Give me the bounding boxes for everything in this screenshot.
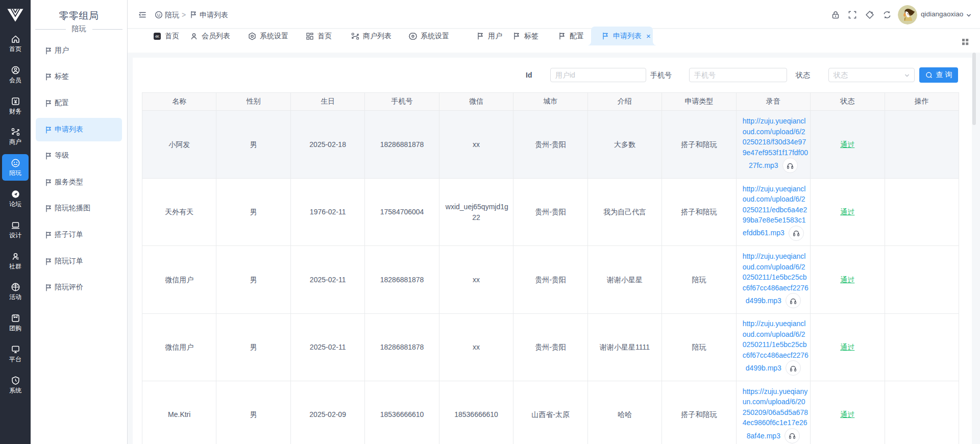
svg-text:4K: 4K [155,35,160,38]
